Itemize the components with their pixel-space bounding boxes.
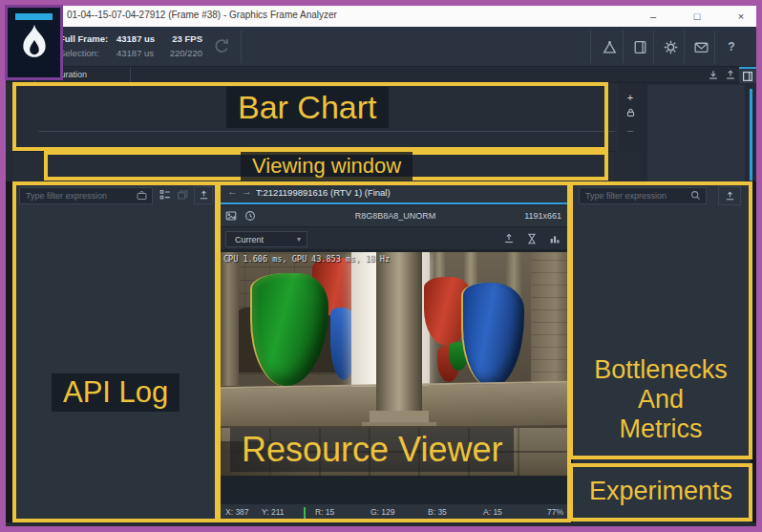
refresh-icon[interactable]	[212, 37, 231, 56]
zoom-level: 77%	[547, 507, 563, 517]
side-panel-toggle-icon[interactable]	[739, 67, 756, 83]
stone-wall-right	[531, 252, 571, 397]
annotation-bar-chart-label: Bar Chart	[226, 87, 389, 128]
flame-logo-icon	[18, 23, 51, 65]
layers-icon[interactable]	[176, 188, 191, 203]
hourglass-icon[interactable]	[525, 232, 540, 247]
close-button[interactable]: ×	[733, 11, 749, 22]
title-bar: 01-04--15-07-04-27912 (Frame #38) - Grap…	[6, 6, 756, 27]
toolbar-divider	[623, 31, 624, 63]
selection-label: Selection:	[59, 48, 99, 58]
blue-drape-right	[461, 283, 524, 388]
resource-info-bar: R8G8B8A8_UNORM 1191x661	[220, 206, 571, 227]
toolbar-divider	[241, 31, 242, 63]
annotation-line: Metrics	[569, 415, 752, 444]
toolbar-divider	[684, 31, 685, 63]
gpu-timing-overlay: CPU 1.606 ms, GPU 43.853 ms, 18 Hz	[223, 254, 390, 264]
export-icon[interactable]	[722, 67, 739, 83]
export-log-icon[interactable]	[194, 186, 213, 204]
chart-zoom-tools: + –	[619, 83, 642, 151]
forward-arrow-icon[interactable]: →	[242, 185, 252, 197]
logo-blue-bar	[15, 13, 53, 20]
mail-icon[interactable]	[689, 37, 712, 56]
vertical-scrollbar[interactable]	[750, 89, 752, 181]
minimize-button[interactable]: –	[646, 11, 661, 22]
pixel-a: A: 15	[483, 507, 502, 517]
toolbar-divider	[653, 31, 654, 63]
pixel-b: B: 35	[428, 507, 447, 517]
pixel-y: Y: 211	[262, 507, 284, 517]
export-metrics-icon[interactable]	[718, 186, 741, 205]
import-icon[interactable]	[705, 67, 722, 83]
main-toolbar: Full Frame: 43187 us 23 FPS Selection: 4…	[6, 27, 756, 67]
annotation-line: Bottlenecks	[569, 355, 752, 385]
zoom-out-button[interactable]: –	[619, 123, 642, 137]
full-frame-label: Full Frame:	[59, 33, 108, 44]
toolbar-divider	[590, 31, 591, 63]
search-icon	[689, 189, 705, 204]
maximize-button[interactable]: □	[689, 11, 705, 22]
documentation-icon[interactable]	[628, 37, 651, 56]
stone-column-far-left	[220, 252, 239, 386]
fps-value: 23 FPS	[149, 33, 202, 44]
annotation-line: And	[569, 385, 752, 415]
color-divider	[304, 507, 306, 519]
gear-icon[interactable]	[659, 37, 682, 56]
histogram-icon[interactable]	[548, 232, 563, 247]
annotation-bottlenecks-label: Bottlenecks And Metrics	[569, 355, 752, 444]
annotation-api-log-label: API Log	[52, 373, 180, 412]
resource-tab-bar: ← → T:2121199891616 (RTV 1) (Final)	[220, 181, 571, 204]
view-mode-value: Current	[235, 235, 264, 245]
chart-legend	[647, 85, 745, 181]
pixel-x: X: 387	[225, 507, 249, 517]
window-controls: – □ ×	[646, 6, 749, 27]
lock-icon[interactable]	[619, 106, 642, 119]
bottlenecks-panel	[573, 181, 751, 522]
resource-controls-bar: Current ▾	[220, 228, 571, 250]
chevron-down-icon: ▾	[297, 235, 301, 244]
pixel-info-bar: X: 387 Y: 211 R: 15 G: 129 B: 35 A: 15 7…	[220, 503, 571, 519]
api-log-filter-input[interactable]	[19, 187, 153, 204]
pixel-g: G: 129	[370, 507, 395, 517]
annotation-resource-viewer-label: Resource Viewer	[230, 428, 514, 472]
back-arrow-icon[interactable]: ←	[227, 185, 238, 197]
filter-icon[interactable]	[136, 189, 151, 204]
annotation-experiments-label: Experiments	[569, 477, 752, 506]
annotation-viewing-window-label: Viewing window	[241, 152, 413, 181]
toolbar-divider	[714, 31, 715, 63]
api-log-panel	[13, 181, 218, 522]
view-mode-dropdown[interactable]: Current ▾	[225, 231, 307, 247]
center-column	[376, 252, 422, 416]
zoom-in-button[interactable]: +	[619, 91, 642, 104]
annotated-screenshot: 01-04--15-07-04-27912 (Frame #38) - Grap…	[0, 0, 762, 532]
progress-counter: 220/220	[149, 48, 202, 58]
experiments-flask-icon[interactable]	[598, 37, 621, 56]
export-image-icon[interactable]	[502, 232, 518, 247]
window-title: 01-04--15-07-04-27912 (Frame #38) - Grap…	[67, 10, 337, 20]
gpa-logo-overlay	[5, 5, 63, 80]
pixel-r: R: 15	[315, 507, 334, 517]
help-icon[interactable]: ?	[720, 37, 743, 56]
chart-options-bar: X: Duration	[6, 67, 756, 83]
resource-size: 1191x661	[524, 211, 561, 221]
bottlenecks-filter-input[interactable]	[579, 187, 707, 204]
tree-view-icon[interactable]	[159, 188, 174, 203]
resource-format: R8G8B8A8_UNORM	[220, 211, 571, 221]
resource-tab-title[interactable]: T:2121199891616 (RTV 1) (Final)	[256, 187, 391, 198]
